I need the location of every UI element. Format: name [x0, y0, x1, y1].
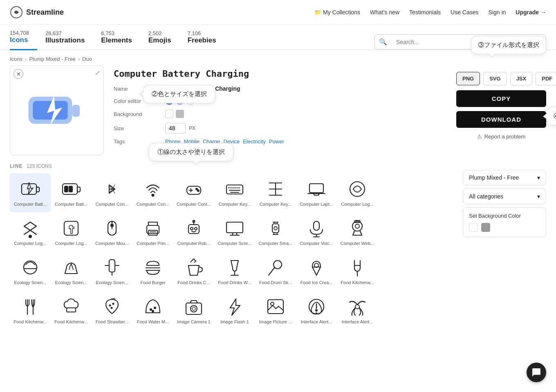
- nav-upgrade[interactable]: Upgrade →: [516, 9, 546, 16]
- list-item[interactable]: Food Kitchenw...: [51, 291, 92, 330]
- list-item[interactable]: Computer Batt...: [51, 173, 92, 212]
- format-pdf[interactable]: PDF: [536, 72, 556, 85]
- icon-svg-wifi: [143, 179, 163, 199]
- icon-label: Computer Con...: [135, 202, 171, 207]
- svg-point-12: [196, 188, 197, 190]
- list-item[interactable]: Computer Con...: [132, 173, 173, 212]
- background-label: Background: [114, 111, 159, 117]
- swatch-white[interactable]: [469, 223, 478, 232]
- list-item[interactable]: Food Drum Sti...: [255, 252, 296, 291]
- list-item[interactable]: Computer Lapt...: [296, 173, 337, 212]
- icon-label: Computer Key...: [257, 202, 294, 207]
- breadcrumb-plump[interactable]: Plump Mixed - Free: [29, 56, 75, 62]
- size-unit: PX: [189, 125, 195, 131]
- size-input[interactable]: [165, 123, 186, 134]
- nav-collections[interactable]: 📁 My Collections: [314, 9, 360, 16]
- svg-point-79: [192, 307, 195, 310]
- icon-label: Food Kitchenw...: [339, 280, 376, 285]
- tag-electricity[interactable]: Electricity: [243, 138, 266, 145]
- list-item[interactable]: Ecology Scien...: [51, 252, 92, 291]
- format-svg[interactable]: SVG: [483, 72, 507, 85]
- breadcrumb-icons[interactable]: Icons: [10, 56, 22, 62]
- bg-gray-swatch[interactable]: [176, 110, 184, 118]
- list-item[interactable]: Image Flash 1: [214, 291, 255, 330]
- nav-sign-in[interactable]: Sign in: [489, 9, 506, 16]
- list-item[interactable]: Computer Key...: [255, 173, 296, 212]
- list-item[interactable]: Interface Alert...: [337, 291, 378, 330]
- color-swatches: [469, 223, 540, 232]
- copy-button[interactable]: COPY: [456, 90, 546, 107]
- list-item[interactable]: Computer Key...: [214, 173, 255, 212]
- list-item[interactable]: Computer Batt...: [10, 173, 51, 212]
- tag-power[interactable]: Power: [269, 138, 284, 145]
- icon-svg-mouse: [102, 218, 122, 238]
- count-label: 125 ICONS: [27, 163, 52, 169]
- list-item[interactable]: Food Kitchenw...: [337, 252, 378, 291]
- svg-point-25: [29, 235, 31, 238]
- info-panel: Computer Battery Charging Name Computer …: [114, 65, 446, 149]
- list-item[interactable]: Computer Prin...: [132, 212, 173, 252]
- format-png[interactable]: PNG: [456, 72, 480, 85]
- stat-emojis[interactable]: 2,502 Emojis: [148, 30, 179, 49]
- close-button[interactable]: ✕: [13, 69, 23, 79]
- stat-elements[interactable]: 6,753 Elements: [101, 30, 140, 49]
- stat-freebies[interactable]: 7,106 Freebies: [188, 30, 224, 49]
- icon-label: Computer Voic...: [298, 241, 335, 246]
- list-item[interactable]: Computer Scre...: [214, 212, 255, 252]
- list-item[interactable]: Computer Rob...: [173, 212, 214, 252]
- list-item[interactable]: Computer Sma...: [255, 212, 296, 252]
- category-filter-dropdown[interactable]: All categories ▾: [463, 189, 546, 204]
- list-item[interactable]: Computer Mou...: [92, 212, 132, 252]
- list-item[interactable]: Food Burger: [132, 252, 173, 291]
- list-item[interactable]: Computer Log...: [10, 212, 51, 252]
- logo: Streamline: [10, 6, 64, 19]
- expand-icon[interactable]: ⤢: [95, 69, 100, 77]
- list-item[interactable]: Computer Con...: [92, 173, 132, 212]
- main-nav: 📁 My Collections What's new Testimonials…: [314, 9, 546, 16]
- list-item[interactable]: Computer Log...: [51, 212, 92, 252]
- logo-text: Streamline: [26, 8, 64, 17]
- svg-point-76: [152, 310, 154, 312]
- list-item[interactable]: Interface Alert...: [296, 291, 337, 330]
- list-item[interactable]: Food Water M...: [132, 291, 173, 330]
- icon-svg-webcam: [347, 218, 368, 238]
- list-item[interactable]: Image Camera 1: [173, 291, 214, 330]
- nav-use-cases[interactable]: Use Cases: [451, 9, 478, 16]
- icons-grid-row4: Food Kitchenw... Food Kitchenw...: [10, 291, 456, 330]
- line-label: LINE: [10, 163, 22, 169]
- list-item[interactable]: Food Strawber...: [92, 291, 132, 330]
- svg-point-74: [150, 309, 152, 310]
- list-item[interactable]: Computer Log...: [337, 173, 378, 212]
- list-item[interactable]: Computer Voic...: [296, 212, 337, 252]
- icons-section-header: LINE 125 ICONS ①線の太さや塗りを選択: [10, 163, 456, 169]
- svg-point-71: [113, 303, 114, 305]
- swatch-gray[interactable]: [481, 223, 490, 232]
- svg-point-70: [110, 305, 111, 306]
- report-problem[interactable]: ⚠ Report a problem: [456, 134, 546, 140]
- icons-main: LINE 125 ICONS ①線の太さや塗りを選択 Computer Batt…: [10, 163, 456, 330]
- warning-icon: ⚠: [477, 134, 482, 140]
- list-item[interactable]: Ecology Scien...: [10, 252, 51, 291]
- icon-svg-printer: [143, 218, 163, 238]
- list-item[interactable]: Computer Web...: [337, 212, 378, 252]
- nav-whats-new[interactable]: What's new: [370, 9, 399, 16]
- icon-label: Interface Alert...: [339, 319, 376, 324]
- size-controls: PX: [165, 123, 195, 134]
- download-button[interactable]: DOWNLOAD: [456, 111, 546, 128]
- list-item[interactable]: Food Drinks C...: [173, 252, 214, 291]
- list-item[interactable]: Ecology Scien...: [92, 252, 132, 291]
- stat-icons[interactable]: 154,708 Icons: [10, 30, 37, 50]
- list-item[interactable]: Food Kitchenw...: [10, 291, 51, 330]
- svg-point-35: [191, 227, 193, 230]
- bg-white-swatch[interactable]: [165, 110, 173, 118]
- nav-testimonials[interactable]: Testimonials: [409, 9, 441, 16]
- list-item[interactable]: Image Picture ...: [255, 291, 296, 330]
- icon-label: Computer Key...: [216, 202, 253, 207]
- set-filter-dropdown[interactable]: Plump Mixed - Free ▾: [463, 170, 546, 185]
- list-item[interactable]: Food Ice Crea...: [296, 252, 337, 291]
- icon-svg-batt-charge: [20, 179, 40, 199]
- list-item[interactable]: Computer Cont...: [173, 173, 214, 212]
- stat-illustrations[interactable]: 28,637 Illustrations: [45, 30, 93, 49]
- format-jsx[interactable]: JSX: [510, 72, 533, 85]
- list-item[interactable]: Food Drinks W...: [214, 252, 255, 291]
